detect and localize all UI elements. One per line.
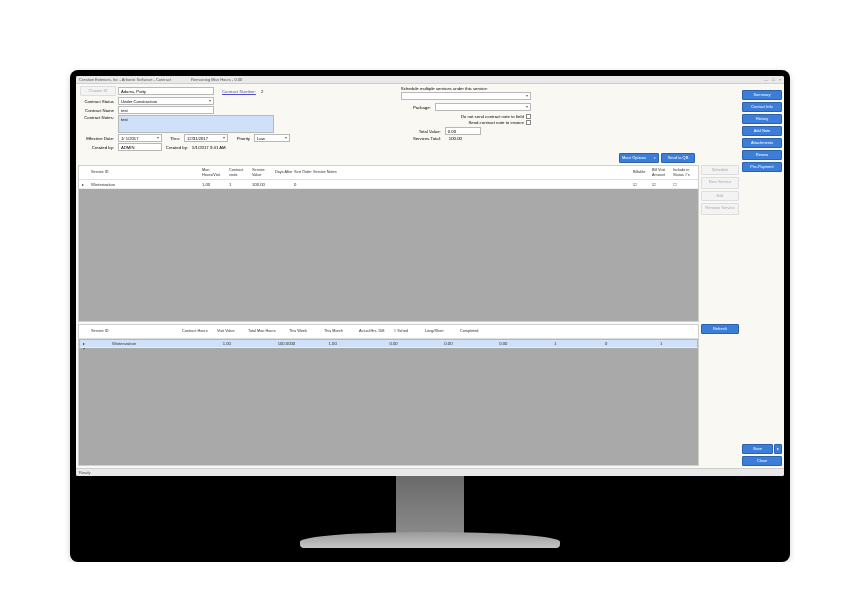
effective-date-field[interactable]: 1/ 1/2017 — [118, 134, 162, 142]
contract-status-label: Contract Status — [80, 99, 116, 104]
window-subtitle: Remaining Man Hours - 0.00 — [191, 77, 242, 82]
attachments-button[interactable]: Attachments — [742, 138, 782, 148]
window-title: Creative Exteriors, Inc - Arborist Softw… — [79, 77, 171, 82]
created-by-field: ADMIN — [118, 143, 162, 151]
no-send-field-checkbox[interactable] — [526, 114, 531, 119]
statusbar: Ready — [76, 468, 784, 476]
contract-status-select[interactable]: Under Construction — [118, 97, 214, 105]
no-send-field-label: Do not send contract note to field — [461, 114, 524, 119]
screen: Creative Exteriors, Inc - Arborist Softw… — [76, 76, 784, 476]
contract-name-field[interactable]: test — [118, 106, 214, 114]
priority-label: Priority — [230, 136, 252, 141]
schedule-button[interactable]: Schedule — [701, 165, 739, 175]
edit-button[interactable]: Edit — [701, 191, 739, 201]
send-invoice-label: Send contract note to invoice — [468, 120, 523, 125]
priority-select[interactable]: Low — [254, 134, 290, 142]
send-invoice-checkbox[interactable] — [526, 120, 531, 125]
contract-number-link[interactable]: Contract Number: — [222, 89, 256, 94]
total-value-label: Total Value: — [401, 129, 443, 134]
monitor-frame: Creative Exteriors, Inc - Arborist Softw… — [70, 70, 790, 562]
client-name-field[interactable]: Adams, Patty — [118, 87, 214, 95]
contract-notes-label: Contract Notes: — [80, 115, 116, 120]
window-controls[interactable]: — □ × — [764, 77, 781, 82]
services-grid-header: Service ID Man Hours/Visit Contract visi… — [79, 166, 698, 180]
more-options-button[interactable]: More Options▾ — [619, 153, 659, 163]
renew-button[interactable]: Renew — [742, 150, 782, 160]
thru-date-field[interactable]: 12/31/2017 — [184, 134, 228, 142]
hours-grid-row[interactable]: ▸ Winterization 1.00 100.0000 1.00 0.00 … — [79, 339, 698, 348]
history-button[interactable]: History — [742, 114, 782, 124]
thru-label: Thru: — [164, 136, 182, 141]
choose-id-button[interactable]: Choose ID — [80, 86, 116, 96]
created-timestamp: 5/1/2017 9:41 AM — [192, 145, 226, 150]
contract-notes-field[interactable]: test — [118, 115, 274, 133]
summary-button[interactable]: Summary — [742, 90, 782, 100]
services-total-value: 100.00 — [449, 136, 462, 141]
services-grid-row[interactable]: ▸ Winterization 1.00 1 100.00 0 ☑ ☑ ☐ — [79, 180, 698, 189]
new-service-button[interactable]: New Service — [701, 177, 739, 189]
minimize-icon[interactable]: — — [764, 77, 768, 82]
save-button[interactable]: Save — [742, 444, 773, 454]
package-select[interactable] — [435, 103, 531, 111]
contract-name-label: Contract Name — [80, 108, 116, 113]
contact-info-button[interactable]: Contact Info — [742, 102, 782, 112]
refresh-button[interactable]: Refresh — [701, 324, 739, 334]
services-grid[interactable]: Service ID Man Hours/Visit Contract visi… — [78, 165, 699, 322]
maximize-icon[interactable]: □ — [772, 77, 774, 82]
services-total-label: Services Total: — [401, 136, 443, 141]
right-sidebar: Summary Contact Info History Add Note At… — [742, 86, 782, 466]
monitor-stand-neck — [396, 476, 464, 534]
save-dropdown-icon[interactable]: ▸ — [774, 444, 782, 454]
total-value-field[interactable]: 0.00 — [445, 127, 481, 135]
close-button[interactable]: Close — [742, 456, 782, 466]
hours-grid[interactable]: Service ID Contract Hours Visit Value To… — [78, 324, 699, 466]
pre-payment-button[interactable]: Pre-Payment — [742, 162, 782, 172]
remove-service-button[interactable]: Remove Service — [701, 203, 739, 215]
package-label: Package: — [401, 105, 433, 110]
hours-grid-header: Service ID Contract Hours Visit Value To… — [79, 325, 698, 339]
titlebar: Creative Exteriors, Inc - Arborist Softw… — [76, 76, 784, 84]
status-text: Ready — [79, 470, 91, 475]
close-icon[interactable]: × — [779, 77, 781, 82]
monitor-stand-base — [300, 532, 560, 548]
schedule-select[interactable] — [401, 92, 531, 100]
main-area: Choose ID Adams, Patty Contract Number: … — [78, 86, 739, 466]
send-to-qb-button[interactable]: Send to QB — [661, 153, 695, 163]
effective-date-label: Effective Date: — [80, 136, 116, 141]
contract-number-value: 2 — [261, 89, 263, 94]
created-by2-label: Created by: — [164, 145, 190, 150]
schedule-multi-label: Schedule multiple services under this se… — [401, 86, 488, 91]
created-by-label: Created by: — [80, 145, 116, 150]
add-note-button[interactable]: Add Note — [742, 126, 782, 136]
